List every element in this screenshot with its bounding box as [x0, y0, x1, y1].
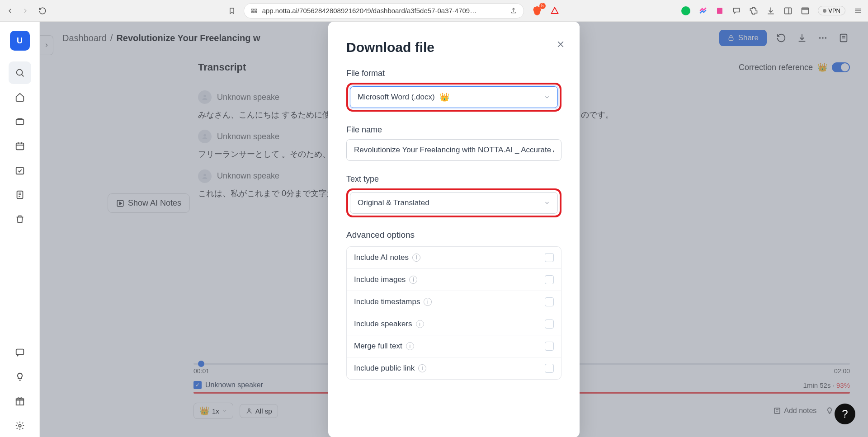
chevron-down-icon [544, 200, 550, 206]
info-icon[interactable]: i [412, 254, 420, 262]
help-fab[interactable]: ? [835, 404, 855, 424]
url-text: app.notta.ai/705628428089216​2049/dashbo… [262, 7, 505, 14]
highlight-ring: Microsoft Word (.docx) 👑 [346, 83, 561, 112]
extensions-button[interactable] [749, 6, 758, 15]
shield-count: 5 [539, 3, 546, 9]
svg-rect-0 [251, 9, 253, 10]
adv-option-public-link[interactable]: Include public link i [347, 357, 561, 379]
advanced-options-list: Include AI notes i Include images i Incl… [346, 246, 561, 380]
svg-rect-15 [16, 143, 24, 150]
brave-logo-icon[interactable] [550, 6, 559, 15]
advanced-options-label: Advanced options [346, 230, 561, 240]
adv-option-merge[interactable]: Merge full text i [347, 335, 561, 357]
file-name-label: File name [346, 125, 561, 135]
adv-option-images[interactable]: Include images i [347, 269, 561, 291]
svg-rect-5 [785, 8, 792, 14]
text-type-value: Original & Translated [358, 198, 429, 207]
vpn-button[interactable]: VPN [818, 6, 845, 15]
browser-menu-button[interactable] [854, 6, 863, 15]
file-format-label: File format [346, 69, 561, 78]
info-icon[interactable]: i [409, 276, 417, 284]
rail-trash-button[interactable] [9, 208, 31, 230]
text-type-select[interactable]: Original & Translated [350, 192, 558, 214]
extension-chat-icon[interactable] [732, 6, 741, 15]
brave-shield-icon[interactable]: 5 [532, 5, 542, 16]
crown-icon: 👑 [439, 92, 449, 102]
svg-rect-1 [255, 9, 256, 10]
content-pane: Dashboard / Revolutionize Your Freelanci… [40, 22, 868, 437]
rail-folder-button[interactable] [9, 110, 31, 133]
file-format-select[interactable]: Microsoft Word (.docx) 👑 [350, 86, 558, 108]
modal-title: Download file [346, 40, 561, 55]
svg-rect-2 [251, 11, 253, 13]
rail-settings-button[interactable] [9, 414, 31, 437]
adv-option-timestamps[interactable]: Include timestamps i [347, 291, 561, 313]
user-avatar[interactable]: U [10, 31, 30, 51]
extension-notes-icon[interactable] [716, 6, 724, 15]
adv-option-label: Merge full text [354, 342, 402, 351]
text-type-label: Text type [346, 174, 561, 184]
close-icon [556, 40, 565, 49]
wallet-button[interactable] [801, 6, 810, 15]
rail-idea-button[interactable] [9, 366, 31, 388]
modal-close-button[interactable] [554, 38, 567, 51]
site-settings-icon [250, 7, 258, 14]
nav-back-button[interactable] [5, 6, 14, 15]
svg-point-28 [19, 424, 21, 427]
svg-point-12 [16, 70, 22, 75]
share-url-icon[interactable] [510, 7, 517, 14]
adv-option-checkbox[interactable] [545, 297, 554, 306]
rail-search-button[interactable] [9, 61, 31, 84]
vpn-label: VPN [828, 7, 840, 14]
file-name-input[interactable] [354, 146, 554, 155]
adv-option-label: Include images [354, 275, 406, 284]
sidepanel-button[interactable] [783, 6, 793, 15]
svg-rect-3 [255, 11, 256, 13]
info-icon[interactable]: i [406, 342, 414, 350]
avatar-letter: U [17, 36, 23, 46]
rail-feedback-button[interactable] [9, 341, 31, 364]
modal-overlay[interactable]: Download file File format Microsoft Word… [40, 22, 868, 437]
adv-option-label: Include speakers [354, 320, 412, 329]
adv-option-label: Include public link [354, 364, 415, 373]
adv-option-checkbox[interactable] [545, 342, 554, 351]
reload-button[interactable] [38, 6, 47, 15]
downloads-button[interactable] [766, 6, 775, 15]
rail-home-button[interactable] [9, 86, 31, 108]
svg-rect-4 [717, 8, 722, 14]
download-modal: Download file File format Microsoft Word… [328, 22, 580, 437]
left-rail: U [0, 22, 40, 437]
svg-rect-24 [16, 349, 24, 355]
chevron-down-icon [544, 94, 550, 100]
adv-option-speakers[interactable]: Include speakers i [347, 313, 561, 335]
bookmark-button[interactable] [227, 6, 236, 15]
extension-colorful-icon[interactable] [698, 6, 708, 15]
extension-grammarly-icon[interactable] [681, 6, 690, 15]
svg-rect-19 [16, 168, 24, 174]
file-format-value: Microsoft Word (.docx) [358, 93, 435, 102]
svg-rect-14 [16, 119, 24, 124]
info-icon[interactable]: i [418, 364, 426, 372]
browser-chrome: app.notta.ai/705628428089216​2049/dashbo… [0, 0, 868, 22]
adv-option-checkbox[interactable] [545, 253, 554, 262]
adv-option-label: Include AI notes [354, 253, 409, 262]
info-icon[interactable]: i [416, 320, 424, 328]
adv-option-checkbox[interactable] [545, 364, 554, 373]
adv-option-checkbox[interactable] [545, 320, 554, 329]
adv-option-label: Include timestamps [354, 297, 420, 306]
rail-doc-button[interactable] [9, 183, 31, 206]
adv-option-ai-notes[interactable]: Include AI notes i [347, 247, 561, 269]
url-bar[interactable]: app.notta.ai/705628428089216​2049/dashbo… [244, 3, 524, 19]
vpn-status-dot [823, 9, 826, 13]
rail-gift-button[interactable] [9, 390, 31, 413]
svg-line-13 [21, 75, 24, 77]
file-name-input-wrap [346, 139, 561, 161]
nav-forward-button[interactable] [21, 6, 30, 15]
adv-option-checkbox[interactable] [545, 275, 554, 284]
highlight-ring: Original & Translated [346, 188, 561, 217]
info-icon[interactable]: i [424, 298, 432, 306]
rail-calendar-button[interactable] [9, 135, 31, 157]
rail-schedule-button[interactable] [9, 159, 31, 182]
